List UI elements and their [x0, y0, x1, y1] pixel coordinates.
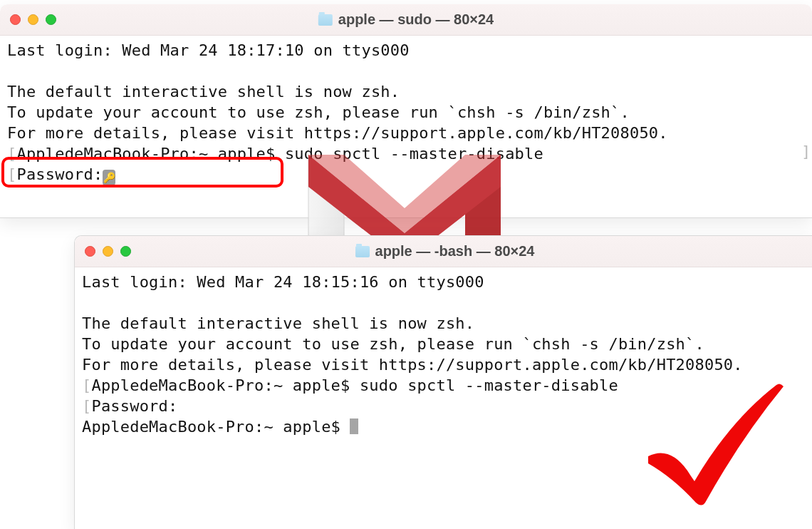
line-prompt-cmd: [AppledeMacBook-Pro:~ apple$ sudo spctl … — [82, 375, 808, 396]
window-title: apple — -bash — 80×24 — [355, 243, 535, 260]
terminal-body[interactable]: Last login: Wed Mar 24 18:17:10 on ttys0… — [0, 36, 812, 190]
close-icon[interactable] — [85, 246, 95, 257]
line-zsh-update: To update your account to use zsh, pleas… — [7, 102, 805, 123]
key-icon: 🔑 — [103, 170, 115, 185]
prompt-command-text: AppledeMacBook-Pro:~ apple$ sudo spctl -… — [16, 145, 543, 163]
line-prompt-ready[interactable]: AppledeMacBook-Pro:~ apple$ — [82, 416, 808, 437]
minimize-icon[interactable] — [103, 246, 113, 257]
password-label: Password: — [16, 165, 103, 183]
password-label: Password: — [91, 397, 177, 415]
prompt-ready-text: AppledeMacBook-Pro:~ apple$ — [82, 418, 350, 436]
folder-icon — [318, 14, 333, 26]
blank-line — [7, 61, 805, 81]
terminal-window-bash: apple — -bash — 80×24 Last login: Wed Ma… — [74, 235, 812, 529]
line-last-login: Last login: Wed Mar 24 18:17:10 on ttys0… — [7, 40, 805, 61]
close-icon[interactable] — [10, 14, 21, 25]
traffic-lights — [85, 246, 131, 257]
folder-icon — [355, 246, 370, 257]
titlebar[interactable]: apple — sudo — 80×24 — [0, 4, 812, 36]
zoom-icon[interactable] — [120, 246, 131, 257]
window-title-text: apple — sudo — 80×24 — [338, 11, 494, 28]
line-zsh-notice: The default interactive shell is now zsh… — [82, 313, 808, 334]
titlebar[interactable]: apple — -bash — 80×24 — [75, 236, 812, 267]
zoom-icon[interactable] — [46, 14, 56, 25]
window-title: apple — sudo — 80×24 — [318, 11, 494, 28]
prompt-command-text: AppledeMacBook-Pro:~ apple$ sudo spctl -… — [91, 376, 618, 394]
minimize-icon[interactable] — [28, 14, 38, 25]
bracket-right: ] — [801, 141, 811, 162]
terminal-window-sudo: apple — sudo — 80×24 Last login: Wed Mar… — [0, 4, 812, 218]
line-last-login: Last login: Wed Mar 24 18:15:16 on ttys0… — [82, 272, 808, 292]
line-zsh-update: To update your account to use zsh, pleas… — [82, 334, 808, 354]
terminal-body[interactable]: Last login: Wed Mar 24 18:15:16 on ttys0… — [75, 267, 812, 441]
line-password[interactable]: [Password:🔑 — [7, 164, 805, 185]
cursor-icon — [350, 418, 358, 434]
blank-line — [82, 292, 808, 313]
line-zsh-notice: The default interactive shell is now zsh… — [7, 81, 805, 102]
window-title-text: apple — -bash — 80×24 — [375, 243, 535, 260]
line-zsh-details: For more details, please visit https://s… — [82, 354, 808, 375]
line-prompt-cmd: [AppledeMacBook-Pro:~ apple$ sudo spctl … — [7, 143, 805, 164]
traffic-lights — [10, 14, 56, 25]
line-password: [Password: — [82, 396, 808, 416]
line-zsh-details: For more details, please visit https://s… — [7, 123, 805, 143]
